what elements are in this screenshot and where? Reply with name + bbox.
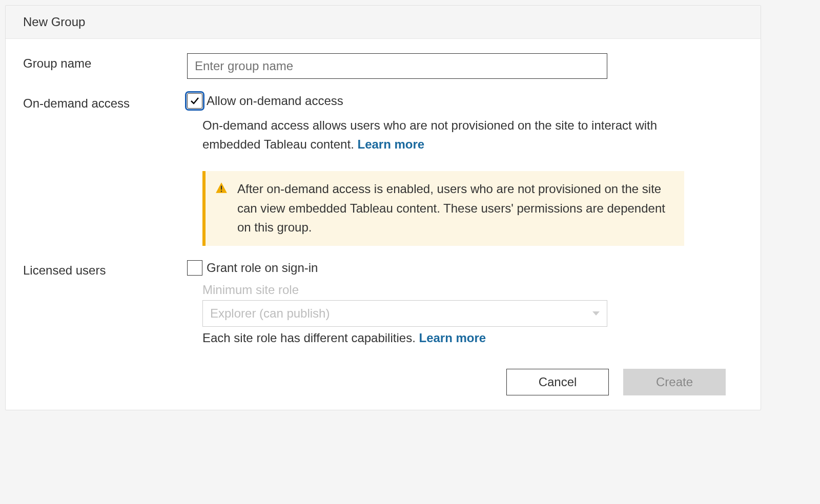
minimum-site-role-label: Minimum site role	[187, 283, 607, 297]
dialog-footer: Cancel Create	[23, 360, 743, 395]
check-icon	[190, 96, 200, 106]
allow-on-demand-label: Allow on-demand access	[207, 94, 343, 108]
on-demand-learn-more-link[interactable]: Learn more	[357, 137, 424, 151]
on-demand-description-text: On-demand access allows users who are no…	[202, 118, 657, 151]
on-demand-access-label: On-demand access	[23, 93, 187, 111]
allow-on-demand-checkbox[interactable]	[187, 93, 202, 109]
licensed-users-row: Licensed users Grant role on sign-in Min…	[23, 260, 743, 345]
cancel-button[interactable]: Cancel	[506, 369, 609, 395]
on-demand-description: On-demand access allows users who are no…	[187, 116, 684, 154]
dialog-body: Group name On-demand access Allow on-dem…	[6, 39, 761, 410]
group-name-input[interactable]	[187, 53, 607, 79]
on-demand-access-row: On-demand access Allow on-demand access …	[23, 93, 743, 246]
site-role-learn-more-link[interactable]: Learn more	[419, 331, 486, 345]
svg-rect-1	[221, 191, 222, 192]
grant-role-label: Grant role on sign-in	[207, 261, 318, 275]
warning-icon	[215, 181, 228, 195]
licensed-users-label: Licensed users	[23, 260, 187, 278]
minimum-site-role-value: Explorer (can publish)	[210, 306, 330, 321]
chevron-down-icon	[592, 311, 600, 316]
group-name-row: Group name	[23, 53, 743, 79]
new-group-dialog: New Group Group name On-demand access Al…	[5, 5, 761, 410]
group-name-label: Group name	[23, 53, 187, 71]
svg-rect-0	[221, 186, 222, 190]
on-demand-warning: After on-demand access is enabled, users…	[202, 171, 684, 246]
site-role-helper: Each site role has different capabilitie…	[187, 331, 607, 345]
on-demand-warning-text: After on-demand access is enabled, users…	[237, 179, 672, 237]
dialog-title: New Group	[6, 6, 761, 39]
grant-role-checkbox[interactable]	[187, 260, 202, 276]
create-button[interactable]: Create	[623, 369, 726, 395]
minimum-site-role-select[interactable]: Explorer (can publish)	[202, 300, 607, 327]
site-role-helper-text: Each site role has different capabilitie…	[202, 331, 419, 345]
